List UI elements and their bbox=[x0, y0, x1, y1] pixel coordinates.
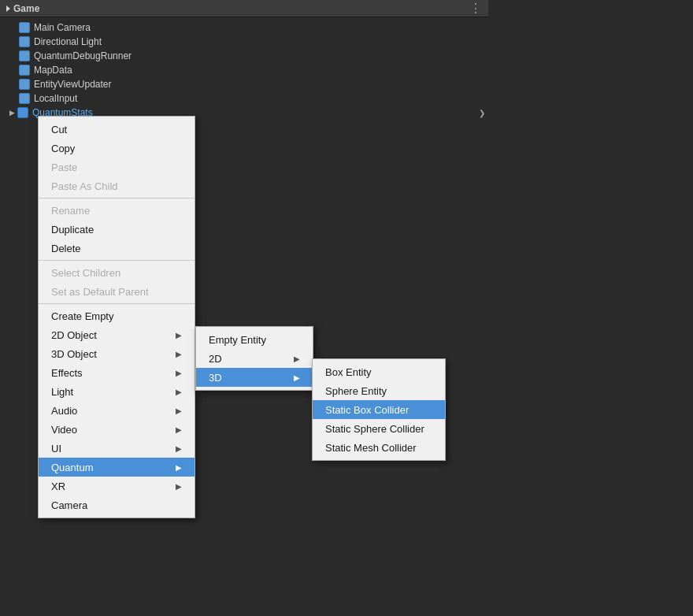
menu-item-xr-arrow-icon: ▶ bbox=[176, 482, 182, 491]
submenu-item-2d-label: 2D bbox=[209, 353, 222, 365]
menu-item-select-children: Select Children bbox=[39, 263, 195, 282]
panel-title: Game bbox=[6, 3, 39, 14]
menu-item-light[interactable]: Light ▶ bbox=[39, 382, 195, 401]
menu-item-2d-object-arrow-icon: ▶ bbox=[176, 331, 182, 340]
hierarchy-item-map-data[interactable]: MapData bbox=[0, 63, 488, 77]
menu-item-quantum[interactable]: Quantum ▶ bbox=[39, 458, 195, 477]
submenu-item-empty-entity[interactable]: Empty Entity bbox=[196, 330, 313, 349]
menu-item-video[interactable]: Video ▶ bbox=[39, 420, 195, 439]
menu-item-effects-arrow-icon: ▶ bbox=[176, 369, 182, 377]
menu-item-3d-object[interactable]: 3D Object ▶ bbox=[39, 344, 195, 363]
menu-item-paste-label: Paste bbox=[51, 161, 77, 173]
submenu-item-3d-arrow-icon: ▶ bbox=[294, 373, 300, 382]
menu-item-camera-label: Camera bbox=[51, 499, 87, 511]
submenu-item-3d[interactable]: 3D ▶ bbox=[196, 368, 313, 387]
menu-item-ui-label: UI bbox=[51, 443, 61, 455]
menu-item-paste-as-child-label: Paste As Child bbox=[51, 180, 118, 192]
submenu-item-static-sphere-collider-label: Static Sphere Collider bbox=[325, 423, 424, 435]
menu-item-2d-object[interactable]: 2D Object ▶ bbox=[39, 325, 195, 344]
menu-item-camera[interactable]: Camera bbox=[39, 495, 195, 514]
quantum-stats-arrow-icon: ❯ bbox=[479, 109, 485, 117]
menu-item-delete-label: Delete bbox=[51, 243, 81, 254]
submenu-item-box-entity[interactable]: Box Entity bbox=[313, 362, 445, 381]
submenu-item-sphere-entity[interactable]: Sphere Entity bbox=[313, 381, 445, 400]
submenu-item-2d[interactable]: 2D ▶ bbox=[196, 349, 313, 368]
hierarchy-items-list: Main Camera Directional Light QuantumDeb… bbox=[0, 17, 488, 123]
menu-item-xr-label: XR bbox=[51, 481, 65, 492]
submenu-item-static-box-collider[interactable]: Static Box Collider bbox=[313, 400, 445, 419]
menu-item-paste: Paste bbox=[39, 158, 195, 176]
entity-view-updater-icon bbox=[19, 79, 30, 90]
menu-item-set-default-parent-label: Set as Default Parent bbox=[51, 286, 149, 298]
menu-item-effects-label: Effects bbox=[51, 367, 83, 379]
panel-header: Game ⋮ bbox=[0, 0, 488, 17]
menu-item-delete[interactable]: Delete bbox=[39, 239, 195, 258]
menu-item-create-empty[interactable]: Create Empty bbox=[39, 306, 195, 325]
menu-item-cut[interactable]: Cut bbox=[39, 120, 195, 139]
menu-item-quantum-arrow-icon: ▶ bbox=[176, 463, 182, 472]
menu-item-light-label: Light bbox=[51, 386, 73, 398]
local-input-label: LocalInput bbox=[34, 93, 77, 104]
menu-item-3d-object-label: 3D Object bbox=[51, 348, 97, 360]
menu-item-effects[interactable]: Effects ▶ bbox=[39, 363, 195, 382]
menu-item-rename: Rename bbox=[39, 201, 195, 220]
submenu-item-3d-label: 3D bbox=[209, 372, 222, 384]
menu-item-paste-as-child: Paste As Child bbox=[39, 176, 195, 195]
quantum-submenu: Empty Entity 2D ▶ 3D ▶ bbox=[195, 326, 313, 391]
separator-2 bbox=[39, 260, 195, 261]
submenu-item-static-box-collider-label: Static Box Collider bbox=[325, 404, 409, 416]
menu-item-ui[interactable]: UI ▶ bbox=[39, 439, 195, 458]
context-menu: Cut Copy Paste Paste As Child Rename Dup… bbox=[38, 116, 195, 518]
menu-item-set-default-parent: Set as Default Parent bbox=[39, 282, 195, 301]
menu-item-ui-arrow-icon: ▶ bbox=[176, 444, 182, 453]
menu-item-create-empty-label: Create Empty bbox=[51, 310, 113, 322]
menu-item-copy[interactable]: Copy bbox=[39, 139, 195, 158]
panel-menu-icon[interactable]: ⋮ bbox=[469, 1, 482, 16]
3d-submenu: Box Entity Sphere Entity Static Box Coll… bbox=[312, 358, 446, 461]
quantum-stats-icon bbox=[17, 107, 28, 118]
menu-item-audio-arrow-icon: ▶ bbox=[176, 406, 182, 415]
menu-item-copy-label: Copy bbox=[51, 143, 75, 154]
map-data-label: MapData bbox=[34, 65, 72, 76]
panel-title-label: Game bbox=[13, 3, 39, 14]
entity-view-updater-label: EntityViewUpdater bbox=[34, 79, 112, 90]
expand-arrow-icon: ▶ bbox=[8, 109, 16, 117]
hierarchy-item-entity-view-updater[interactable]: EntityViewUpdater bbox=[0, 77, 488, 91]
directional-light-label: Directional Light bbox=[34, 36, 102, 47]
menu-item-audio[interactable]: Audio ▶ bbox=[39, 401, 195, 420]
menu-item-3d-object-arrow-icon: ▶ bbox=[176, 350, 182, 358]
separator-1 bbox=[39, 198, 195, 199]
hierarchy-item-main-camera[interactable]: Main Camera bbox=[0, 20, 488, 35]
submenu-item-empty-entity-label: Empty Entity bbox=[209, 334, 266, 346]
directional-light-icon bbox=[19, 36, 30, 47]
main-camera-icon bbox=[19, 22, 30, 33]
local-input-icon bbox=[19, 93, 30, 104]
menu-item-video-arrow-icon: ▶ bbox=[176, 425, 182, 434]
map-data-icon bbox=[19, 65, 30, 76]
separator-3 bbox=[39, 303, 195, 304]
menu-item-audio-label: Audio bbox=[51, 405, 77, 417]
main-camera-label: Main Camera bbox=[34, 22, 91, 33]
submenu-item-static-sphere-collider[interactable]: Static Sphere Collider bbox=[313, 419, 445, 438]
hierarchy-item-local-input[interactable]: LocalInput bbox=[0, 91, 488, 106]
submenu-item-box-entity-label: Box Entity bbox=[325, 366, 372, 378]
submenu-item-static-mesh-collider[interactable]: Static Mesh Collider bbox=[313, 438, 445, 457]
submenu-item-static-mesh-collider-label: Static Mesh Collider bbox=[325, 442, 417, 454]
quantum-debug-runner-label: QuantumDebugRunner bbox=[34, 50, 132, 61]
menu-item-video-label: Video bbox=[51, 424, 77, 436]
expand-triangle-icon bbox=[6, 6, 10, 12]
menu-item-light-arrow-icon: ▶ bbox=[176, 388, 182, 396]
hierarchy-item-quantum-debug-runner[interactable]: QuantumDebugRunner bbox=[0, 49, 488, 63]
menu-item-select-children-label: Select Children bbox=[51, 267, 120, 279]
submenu-item-sphere-entity-label: Sphere Entity bbox=[325, 385, 387, 397]
quantum-debug-runner-icon bbox=[19, 50, 30, 61]
menu-item-duplicate-label: Duplicate bbox=[51, 224, 94, 236]
hierarchy-item-directional-light[interactable]: Directional Light bbox=[0, 35, 488, 49]
menu-item-cut-label: Cut bbox=[51, 124, 67, 135]
menu-item-rename-label: Rename bbox=[51, 205, 90, 217]
menu-item-2d-object-label: 2D Object bbox=[51, 329, 97, 341]
submenu-item-2d-arrow-icon: ▶ bbox=[294, 354, 300, 363]
menu-item-duplicate[interactable]: Duplicate bbox=[39, 220, 195, 239]
menu-item-xr[interactable]: XR ▶ bbox=[39, 477, 195, 495]
menu-item-quantum-label: Quantum bbox=[51, 462, 93, 473]
